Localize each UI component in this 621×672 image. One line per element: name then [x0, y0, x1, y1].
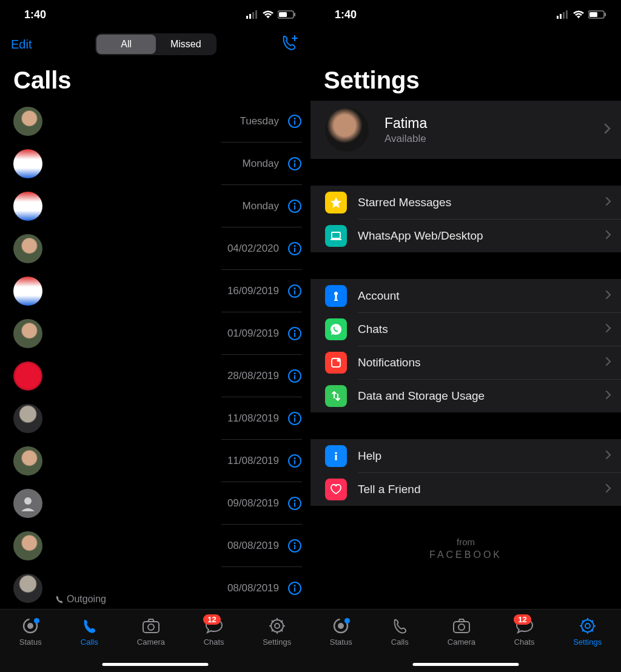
svg-point-36: [294, 500, 296, 502]
info-icon[interactable]: [287, 496, 302, 511]
home-indicator[interactable]: [102, 663, 209, 666]
setting-chats-settings[interactable]: Chats: [310, 312, 621, 346]
tab-label: Status: [19, 637, 42, 647]
home-indicator[interactable]: [413, 663, 519, 666]
signal-icon: [246, 10, 258, 19]
setting-starred-messages[interactable]: Starred Messages: [310, 186, 621, 219]
tab-status[interactable]: Status: [19, 617, 42, 647]
tab-status[interactable]: Status: [330, 617, 352, 647]
seg-missed[interactable]: Missed: [156, 35, 215, 54]
svg-point-79: [585, 623, 590, 628]
svg-point-20: [294, 287, 296, 289]
tab-label: Settings: [263, 637, 291, 647]
profile-row[interactable]: Fatima Available: [310, 101, 621, 159]
new-call-icon[interactable]: [280, 34, 300, 55]
tab-label: Calls: [391, 637, 409, 647]
call-date: 08/08/2019: [227, 540, 279, 552]
seg-all[interactable]: All: [96, 35, 156, 54]
call-filter-segment[interactable]: All Missed: [95, 33, 217, 55]
svg-rect-40: [294, 545, 295, 549]
info-icon[interactable]: [287, 241, 302, 256]
status-icon: [332, 617, 350, 635]
info-icon[interactable]: [287, 539, 302, 553]
call-row[interactable]: Monday: [0, 185, 310, 227]
edit-button[interactable]: Edit: [11, 38, 32, 52]
svg-rect-61: [566, 10, 568, 19]
tab-label: Calls: [81, 637, 98, 647]
tab-settings[interactable]: Settings: [573, 617, 602, 647]
info-icon[interactable]: [287, 411, 302, 426]
svg-rect-60: [563, 12, 565, 19]
tab-camera[interactable]: Camera: [448, 617, 475, 647]
tab-settings[interactable]: Settings: [263, 617, 291, 647]
setting-account[interactable]: Account: [310, 279, 621, 312]
svg-rect-58: [557, 16, 559, 19]
footer-brand: FACEBOOK: [310, 549, 621, 560]
setting-help[interactable]: Help: [310, 439, 621, 472]
svg-rect-1: [249, 14, 251, 19]
tab-calls[interactable]: Calls: [391, 617, 409, 647]
settings-list[interactable]: Fatima Available Starred MessagesWhatsAp…: [310, 100, 621, 609]
setting-label: Data and Storage Usage: [358, 389, 485, 403]
svg-rect-3: [255, 10, 257, 19]
call-row[interactable]: Tuesday: [0, 100, 310, 143]
chevron-right-icon: [605, 230, 611, 242]
call-row[interactable]: 16/09/2019: [0, 270, 310, 312]
call-list[interactable]: TuesdayMondayMonday04/02/202016/09/20190…: [0, 100, 310, 609]
avatar: [13, 574, 42, 603]
battery-icon: [588, 10, 606, 19]
info-icon[interactable]: [287, 284, 302, 298]
info-icon[interactable]: [287, 326, 302, 341]
chevron-right-icon: [605, 483, 611, 496]
call-row[interactable]: 04/02/2020: [0, 227, 310, 270]
info-icon[interactable]: [287, 581, 302, 596]
svg-rect-63: [589, 12, 597, 17]
svg-point-23: [294, 330, 296, 332]
call-row[interactable]: 11/08/2019: [0, 440, 310, 482]
page-title-settings: Settings: [310, 59, 621, 100]
avatar: [13, 446, 42, 475]
svg-rect-12: [294, 163, 295, 167]
gear-icon: [268, 617, 286, 635]
tab-chats[interactable]: 12 Chats: [204, 617, 224, 647]
setting-whatsapp-web[interactable]: WhatsApp Web/Desktop: [310, 219, 621, 252]
avatar: [13, 531, 42, 560]
svg-point-42: [294, 585, 296, 586]
page-title-calls: Calls: [0, 59, 310, 100]
setting-notifications[interactable]: Notifications: [310, 346, 621, 379]
svg-rect-21: [294, 291, 295, 295]
svg-rect-37: [294, 503, 295, 507]
info-icon[interactable]: [287, 369, 302, 383]
call-date: 11/08/2019: [227, 455, 279, 467]
svg-rect-43: [294, 588, 295, 592]
setting-label: Account: [358, 289, 400, 303]
info-icon[interactable]: [287, 156, 302, 171]
status-bar: 1:40: [310, 0, 621, 29]
tab-calls[interactable]: Calls: [80, 617, 98, 647]
profile-avatar: [325, 108, 369, 152]
tab-chats[interactable]: 12 Chats: [514, 617, 535, 647]
call-row[interactable]: 08/08/2019: [0, 525, 310, 567]
info-icon[interactable]: [287, 114, 302, 129]
call-row[interactable]: 01/09/2019: [0, 312, 310, 355]
phone-icon: [391, 617, 409, 635]
tell-friend-icon: [325, 479, 347, 500]
call-row[interactable]: 08/08/2019Outgoing: [0, 567, 310, 609]
info-icon[interactable]: [287, 454, 302, 468]
gear-icon: [579, 617, 597, 635]
svg-rect-65: [332, 232, 340, 238]
whatsapp-web-icon: [325, 225, 347, 247]
info-icon[interactable]: [287, 199, 302, 213]
signal-icon: [557, 10, 569, 19]
call-row[interactable]: Monday: [0, 143, 310, 185]
setting-data-storage[interactable]: Data and Storage Usage: [310, 379, 621, 412]
call-row[interactable]: 09/08/2019: [0, 482, 310, 525]
svg-rect-66: [331, 239, 341, 240]
setting-tell-friend[interactable]: Tell a Friend: [310, 472, 621, 506]
call-row[interactable]: 28/08/2019: [0, 355, 310, 397]
svg-rect-46: [143, 622, 159, 633]
call-row[interactable]: 11/08/2019: [0, 397, 310, 440]
status-time: 1:40: [335, 8, 357, 21]
tab-camera[interactable]: Camera: [137, 617, 165, 647]
call-date: 04/02/2020: [227, 243, 279, 255]
